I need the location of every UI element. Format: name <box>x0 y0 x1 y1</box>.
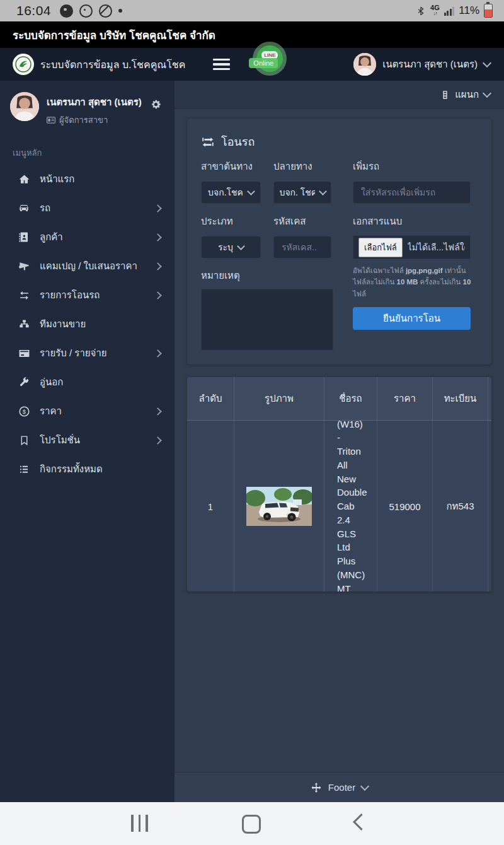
car-icon <box>18 202 30 214</box>
gear-icon[interactable] <box>150 98 162 110</box>
col-header-price: ราคา <box>377 377 433 420</box>
row-extra-cell <box>488 421 491 592</box>
chevron-down-icon <box>483 89 491 98</box>
upload-hint: อัพได้เฉพาะไฟล์ jpg,png,gif เท่านั้น ไฟล… <box>353 265 472 300</box>
add-car-label: เพิ่มรถ <box>353 159 379 174</box>
chevron-right-icon <box>154 349 162 358</box>
department-dropdown[interactable]: แผนก <box>440 87 490 102</box>
signal-strength-icon <box>444 6 455 16</box>
sidebar-item-label: รถ <box>40 201 50 216</box>
app-brand-title: ระบบจัดการข้อมูล บ.โชคคูณโชค <box>40 57 185 73</box>
move-icon <box>311 782 322 793</box>
sidebar-item-label: ลูกค้า <box>40 230 63 245</box>
transfer-icon <box>201 135 215 149</box>
car-price: 519000 <box>377 421 433 592</box>
sidebar-item-label: แคมเปญ / ใบเสนอราคา <box>40 259 137 274</box>
sidebar-item-label: รายรับ / รายจ่าย <box>40 346 107 361</box>
sidebar-item-label: กิจกรรมทั้งหมด <box>40 462 103 477</box>
car-plate: กท543 <box>433 421 488 592</box>
file-status-label: ไม่ได้เลื...ไฟล์ใด <box>408 240 465 254</box>
note-textarea[interactable] <box>201 289 333 351</box>
sidebar-item-price[interactable]: $ ราคา <box>0 397 175 426</box>
col-header-plate: ทะเบียน <box>433 377 488 420</box>
add-car-input[interactable] <box>353 181 471 204</box>
chevron-right-icon <box>154 291 162 300</box>
sidebar-item-label: ราคา <box>40 404 62 419</box>
col-header-extra <box>488 377 491 420</box>
list-icon <box>18 463 30 475</box>
page-title: ระบบจัดการข้อมูล บริษัท โชคคูณโชค จำกัด <box>13 26 215 44</box>
sidebar-item-sales-team[interactable]: ทีมงานขาย <box>0 310 175 339</box>
car-table-card: ลำดับ รูปภาพ ชื่อรถ ราคา ทะเบียน 1 <box>187 377 491 592</box>
destination-value: บจก. โชค <box>280 185 315 199</box>
sidebar-item-garage[interactable]: อู่นอก <box>0 368 175 397</box>
avatar <box>353 53 376 76</box>
sidebar-item-activities[interactable]: กิจกรรมทั้งหมด <box>0 455 175 484</box>
attachment-file-input[interactable]: เลือกไฟล์ ไม่ได้เลื...ไฟล์ใด <box>353 235 471 259</box>
avatar <box>10 92 39 121</box>
chevron-down-icon <box>483 59 491 67</box>
case-code-input[interactable] <box>273 236 331 259</box>
content-top-bar: แผนก <box>175 81 504 109</box>
transfer-icon <box>18 289 30 301</box>
sidebar-item-promotion[interactable]: โปรโมชั่น <box>0 426 175 455</box>
sidebar-item-transfers[interactable]: รายการโอนรถ <box>0 281 175 310</box>
android-status-bar: 16:04 4G↓↑ 11% <box>0 0 504 21</box>
transfer-car-card: โอนรถ สาขาต้นทาง ปลายทาง เพิ่มรถ บจก.โชค… <box>187 119 491 364</box>
bluetooth-icon <box>416 5 426 17</box>
origin-branch-select[interactable]: บจก.โชค <box>201 181 261 204</box>
sidebar: เนตรนภา สุดชา (เนตร) ผู้จัดการสาขา เมนูห… <box>0 81 175 802</box>
sidebar-item-label: โปรโมชั่น <box>40 433 80 448</box>
car-photo[interactable] <box>246 487 312 526</box>
credit-card-icon <box>18 347 30 359</box>
type-select[interactable]: ระบุ <box>201 236 261 259</box>
app-logo[interactable] <box>13 54 34 75</box>
sidebar-item-income-expense[interactable]: รายรับ / รายจ่าย <box>0 339 175 368</box>
sidebar-item-customers[interactable]: ลูกค้า <box>0 223 175 252</box>
sidebar-user-name: เนตรนภา สุดชา (เนตร) <box>47 96 142 107</box>
main-content: แผนก โอนรถ สาขาต้นทาง ปลายทาง เพิ่มรถ บจ… <box>175 81 504 802</box>
choose-file-button[interactable]: เลือกไฟล์ <box>358 238 403 257</box>
sidebar-item-campaign[interactable]: แคมเปญ / ใบเสนอราคา <box>0 252 175 281</box>
row-number: 1 <box>187 421 234 592</box>
row-image-cell <box>234 421 324 592</box>
recents-button[interactable] <box>131 815 148 832</box>
confirm-transfer-button[interactable]: ยืนยันการโอน <box>353 307 471 330</box>
car-name: (W16) - Triton All New Double Cab 2.4 GL… <box>324 421 377 592</box>
sidebar-item-home[interactable]: หน้าแรก <box>0 165 175 194</box>
home-button[interactable] <box>242 815 261 834</box>
chevron-right-icon <box>154 436 162 445</box>
type-label: ประเภท <box>201 214 233 229</box>
destination-select[interactable]: บจก. โชค <box>273 181 331 204</box>
footer-toggle[interactable]: Footer <box>175 772 504 802</box>
sidebar-item-label: หน้าแรก <box>40 172 74 187</box>
chevron-down-icon <box>247 187 255 195</box>
chevron-right-icon <box>154 233 162 242</box>
dot-notification-icon <box>118 9 122 13</box>
home-icon <box>18 173 30 185</box>
address-book-icon <box>18 231 30 243</box>
bookmark-icon <box>18 434 30 446</box>
app-navbar: ระบบจัดการข้อมูล บ.โชคคูณโชค LINE Online… <box>0 48 504 81</box>
department-icon <box>440 90 450 100</box>
col-header-no: ลำดับ <box>187 377 234 420</box>
timer-notification-icon <box>79 4 93 18</box>
chevron-right-icon <box>154 407 162 416</box>
clock: 16:04 <box>16 3 51 18</box>
destination-label: ปลายทาง <box>273 159 312 174</box>
dollar-circle-icon: $ <box>18 405 30 417</box>
user-name-label: เนตรนภา สุดชา (เนตร) <box>382 57 478 72</box>
col-header-image: รูปภาพ <box>234 377 324 420</box>
chevron-down-icon <box>360 781 369 790</box>
chevron-right-icon <box>154 204 162 213</box>
note-label: หมายเหตุ <box>201 268 240 283</box>
sidebar-item-cars[interactable]: รถ <box>0 194 175 223</box>
hamburger-menu-icon[interactable] <box>213 59 230 71</box>
user-menu[interactable]: เนตรนภา สุดชา (เนตร) <box>353 53 490 76</box>
battery-percent-label: 11% <box>459 4 479 17</box>
line-online-badge[interactable]: LINE Online <box>251 47 287 82</box>
back-button[interactable] <box>353 813 370 830</box>
android-navigation-bar <box>0 802 504 845</box>
sitemap-icon <box>18 318 30 330</box>
sidebar-item-label: รายการโอนรถ <box>40 288 100 303</box>
